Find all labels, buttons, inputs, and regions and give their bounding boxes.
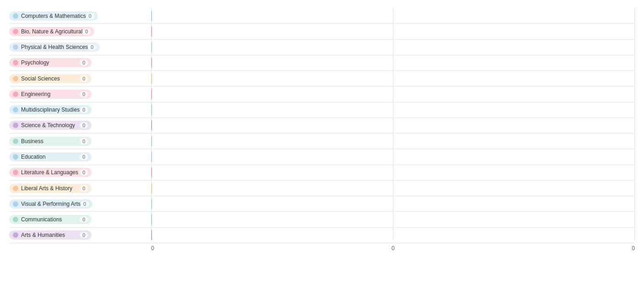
bar-pill: Education 0 (9, 152, 92, 161)
dot-icon (13, 60, 18, 65)
bar-value-badge: 0 (80, 75, 88, 82)
bar-track (151, 197, 635, 210)
bar-value-badge: 0 (88, 44, 96, 50)
bar-label-area: Business 0 (9, 137, 151, 146)
bar-value-badge: 0 (82, 28, 91, 35)
dot-icon (13, 170, 18, 175)
bar-track (151, 87, 635, 101)
bar-fill (151, 74, 152, 84)
bar-row: Business 0 (9, 134, 635, 149)
bar-track (151, 134, 635, 148)
bar-track (151, 25, 635, 38)
bar-track (151, 56, 635, 70)
bar-label: Multidisciplinary Studies (21, 107, 80, 113)
dot-icon (13, 154, 18, 160)
bar-row: Literature & Languages 0 (9, 165, 635, 181)
bar-label: Physical & Health Sciences (21, 44, 88, 50)
bar-fill (151, 27, 152, 37)
dot-icon (13, 139, 18, 144)
bar-label: Computers & Mathematics (21, 13, 86, 19)
bar-fill (151, 167, 152, 177)
bar-pill: Visual & Performing Arts 0 (9, 199, 93, 209)
bar-fill (151, 230, 152, 240)
bar-fill (151, 136, 152, 146)
bar-label-area: Physical & Health Sciences 0 (9, 43, 151, 52)
bar-fill (151, 11, 152, 21)
bar-pill: Business 0 (9, 137, 92, 146)
bar-row: Liberal Arts & History 0 (9, 181, 635, 196)
dot-icon (13, 186, 18, 191)
bar-label-area: Visual & Performing Arts 0 (9, 199, 151, 209)
bar-label-area: Computers & Mathematics 0 (9, 11, 151, 21)
bar-track (151, 229, 635, 242)
bar-label-area: Education 0 (9, 152, 151, 161)
dot-icon (13, 201, 18, 207)
bar-label: Arts & Humanities (21, 232, 65, 238)
bar-track (151, 72, 635, 85)
bar-row: Social Sciences 0 (9, 71, 635, 86)
bar-fill (151, 183, 152, 193)
dot-icon (13, 107, 18, 112)
bar-value-badge: 0 (80, 138, 88, 144)
bar-label: Psychology (21, 59, 49, 66)
bar-value-badge: 0 (80, 232, 88, 238)
bar-value-badge: 0 (80, 122, 88, 128)
bar-label-area: Psychology 0 (9, 58, 151, 67)
bar-track (151, 41, 635, 54)
bar-label: Visual & Performing Arts (21, 201, 81, 207)
bar-value-badge: 0 (80, 59, 88, 66)
dot-icon (13, 232, 18, 238)
x-axis-labels: 000 (151, 245, 635, 252)
bar-value-badge: 0 (86, 13, 94, 19)
bar-pill: Literature & Languages 0 (9, 168, 92, 177)
dot-icon (13, 13, 18, 19)
bar-row: Physical & Health Sciences 0 (9, 40, 635, 55)
bar-label-area: Social Sciences 0 (9, 74, 151, 83)
bar-label: Liberal Arts & History (21, 185, 72, 192)
bar-fill (151, 89, 152, 99)
bar-label-area: Literature & Languages 0 (9, 168, 151, 177)
bar-pill: Social Sciences 0 (9, 74, 92, 83)
bar-label-area: Engineering 0 (9, 90, 151, 99)
bar-fill (151, 120, 152, 130)
bar-fill (151, 42, 152, 52)
bar-label: Business (21, 138, 44, 144)
chart-container: Computers & Mathematics 0 Bio, Nature & … (0, 0, 644, 289)
bar-value-badge: 0 (80, 91, 88, 97)
bar-track (151, 119, 635, 132)
bar-fill (151, 152, 152, 162)
bar-row: Education 0 (9, 149, 635, 165)
bar-label-area: Bio, Nature & Agricultural 0 (9, 27, 151, 36)
chart-area: Computers & Mathematics 0 Bio, Nature & … (9, 8, 635, 252)
dot-icon (13, 76, 18, 81)
bar-pill: Communications 0 (9, 215, 92, 224)
dot-icon (13, 29, 18, 34)
bar-row: Bio, Nature & Agricultural 0 (9, 24, 635, 39)
bar-value-badge: 0 (80, 154, 88, 160)
bar-track (151, 150, 635, 163)
dot-icon (13, 123, 18, 128)
bar-pill: Engineering 0 (9, 90, 92, 99)
bar-label: Education (21, 154, 45, 160)
bar-fill (151, 105, 152, 115)
bar-value-badge: 0 (80, 107, 88, 113)
bar-value-badge: 0 (80, 169, 88, 176)
bar-fill (151, 199, 152, 209)
bar-pill: Physical & Health Sciences 0 (9, 43, 100, 52)
bar-track (151, 9, 635, 22)
dot-icon (13, 217, 18, 222)
bar-label: Communications (21, 216, 62, 223)
x-axis-label: 0 (392, 245, 395, 252)
bar-value-badge: 0 (80, 185, 88, 192)
bar-label: Social Sciences (21, 75, 60, 82)
bar-label-area: Liberal Arts & History 0 (9, 184, 151, 193)
bar-label-area: Science & Technology 0 (9, 121, 151, 130)
bar-pill: Science & Technology 0 (9, 121, 92, 130)
bar-row: Communications 0 (9, 212, 635, 227)
bar-label: Science & Technology (21, 122, 75, 128)
bar-pill: Multidisciplinary Studies 0 (9, 105, 92, 114)
dot-icon (13, 91, 18, 97)
bar-label: Literature & Languages (21, 169, 78, 176)
bar-row: Arts & Humanities 0 (9, 228, 635, 243)
bar-row: Multidisciplinary Studies 0 (9, 102, 635, 118)
